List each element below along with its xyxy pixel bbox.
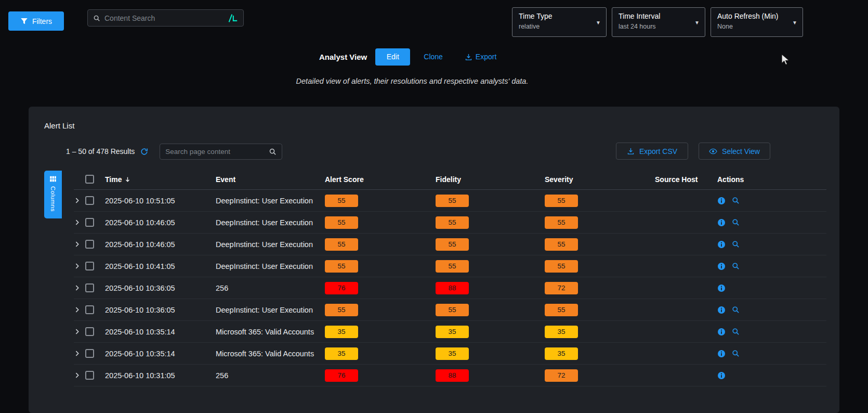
download-icon	[465, 53, 472, 61]
export-button[interactable]: Export	[465, 53, 496, 61]
search-action-icon[interactable]	[732, 218, 740, 226]
info-icon[interactable]	[717, 218, 726, 227]
info-icon[interactable]	[717, 371, 726, 380]
info-icon[interactable]	[717, 197, 726, 205]
alert-score-badge: 35	[325, 347, 358, 360]
select-all-checkbox[interactable]	[85, 175, 94, 184]
page-search-box	[160, 144, 282, 160]
row-time: 2025-06-10 10:46:05	[105, 240, 175, 249]
time-interval-value: last 24 hours	[619, 23, 690, 30]
export-csv-label: Export CSV	[639, 147, 677, 156]
columns-tab[interactable]: Columns	[44, 171, 62, 218]
page-search-input[interactable]	[165, 148, 265, 156]
info-icon[interactable]	[717, 262, 726, 270]
fidelity-badge: 55	[436, 195, 469, 207]
table-row: 2025-06-10 10:36:05 DeepInstinct: User E…	[74, 299, 826, 321]
column-header-alert-score[interactable]: Alert Score	[325, 175, 364, 184]
row-checkbox[interactable]	[85, 327, 94, 336]
time-type-dropdown[interactable]: Time Type relative ▼	[512, 7, 607, 37]
time-type-label: Time Type	[519, 12, 591, 20]
row-checkbox[interactable]	[85, 240, 94, 249]
expand-row-icon[interactable]	[74, 306, 81, 313]
sort-desc-icon	[124, 176, 131, 183]
expand-row-icon[interactable]	[74, 372, 81, 379]
search-action-icon[interactable]	[732, 240, 740, 248]
filters-button[interactable]: Filters	[8, 11, 64, 31]
row-time: 2025-06-10 10:35:14	[105, 328, 175, 336]
severity-badge: 55	[545, 195, 578, 207]
column-header-time[interactable]: Time	[105, 175, 131, 184]
search-action-icon[interactable]	[732, 197, 740, 204]
eye-icon	[709, 147, 717, 156]
results-row: 1 – 50 of 478 Results	[66, 143, 282, 160]
edit-button[interactable]: Edit	[375, 48, 410, 66]
fidelity-badge: 55	[436, 304, 469, 316]
severity-badge: 72	[545, 282, 578, 294]
severity-badge: 55	[545, 216, 578, 229]
column-header-severity[interactable]: Severity	[545, 175, 573, 184]
select-view-label: Select View	[722, 147, 760, 156]
clone-label: Clone	[424, 53, 443, 61]
edit-button-label: Edit	[387, 53, 399, 61]
expand-row-icon[interactable]	[74, 197, 81, 204]
severity-badge: 55	[545, 238, 578, 251]
search-action-icon[interactable]	[732, 328, 740, 335]
search-action-icon[interactable]	[732, 262, 740, 270]
fidelity-badge: 55	[436, 216, 469, 229]
alert-score-badge: 55	[325, 216, 358, 229]
export-csv-button[interactable]: Export CSV	[616, 143, 688, 160]
auto-refresh-label: Auto Refresh (Min)	[717, 12, 788, 20]
content-search-input[interactable]	[104, 14, 223, 22]
expand-row-icon[interactable]	[74, 285, 81, 291]
info-icon[interactable]	[717, 284, 726, 292]
row-event: Microsoft 365: Valid Accounts	[216, 328, 314, 336]
row-checkbox[interactable]	[85, 262, 94, 270]
row-checkbox[interactable]	[85, 305, 94, 314]
row-time: 2025-06-10 10:31:05	[105, 371, 175, 380]
fidelity-badge: 55	[436, 238, 469, 251]
severity-badge: 35	[545, 326, 578, 338]
auto-refresh-dropdown[interactable]: Auto Refresh (Min) None ▼	[711, 7, 803, 37]
info-icon[interactable]	[717, 350, 726, 358]
info-icon[interactable]	[717, 328, 726, 336]
expand-row-icon[interactable]	[74, 241, 81, 248]
info-icon[interactable]	[717, 240, 726, 249]
search-action-icon[interactable]	[732, 350, 740, 357]
time-type-value: relative	[519, 23, 591, 30]
expand-row-icon[interactable]	[74, 263, 81, 269]
search-icon	[269, 148, 277, 156]
select-view-button[interactable]: Select View	[699, 143, 770, 160]
expand-row-icon[interactable]	[74, 350, 81, 357]
columns-grid-icon	[49, 175, 57, 183]
row-checkbox[interactable]	[85, 196, 94, 205]
table-header-row: Time Event Alert Score Fidelity Severity…	[74, 169, 826, 190]
alert-list-panel: Alert List 1 – 50 of 478 Results Export …	[29, 107, 839, 413]
table-row: 2025-06-10 10:51:05 DeepInstinct: User E…	[74, 190, 826, 212]
chevron-down-icon: ▼	[792, 19, 797, 25]
brand-logo-icon	[228, 14, 238, 23]
expand-row-icon[interactable]	[74, 328, 81, 335]
search-action-icon[interactable]	[732, 306, 740, 314]
alert-score-badge: 76	[325, 282, 358, 294]
columns-tab-label: Columns	[50, 186, 56, 212]
column-header-event[interactable]: Event	[216, 175, 235, 184]
clone-button[interactable]: Clone	[424, 53, 443, 61]
row-event: DeepInstinct: User Execution	[216, 262, 313, 270]
results-summary: 1 – 50 of 478 Results	[66, 147, 135, 156]
expand-row-icon[interactable]	[74, 219, 81, 226]
alert-score-badge: 55	[325, 238, 358, 251]
export-label: Export	[476, 53, 496, 61]
chevron-down-icon: ▼	[694, 19, 700, 25]
fidelity-badge: 88	[436, 282, 469, 294]
row-checkbox[interactable]	[85, 218, 94, 227]
row-time: 2025-06-10 10:46:05	[105, 218, 175, 227]
column-header-source-host[interactable]: Source Host	[655, 175, 698, 184]
auto-refresh-value: None	[717, 23, 788, 30]
row-checkbox[interactable]	[85, 283, 94, 292]
info-icon[interactable]	[717, 306, 726, 314]
row-checkbox[interactable]	[85, 371, 94, 380]
time-interval-dropdown[interactable]: Time Interval last 24 hours ▼	[612, 7, 705, 37]
refresh-icon[interactable]	[140, 148, 148, 156]
column-header-fidelity[interactable]: Fidelity	[436, 175, 461, 184]
row-checkbox[interactable]	[85, 349, 94, 358]
